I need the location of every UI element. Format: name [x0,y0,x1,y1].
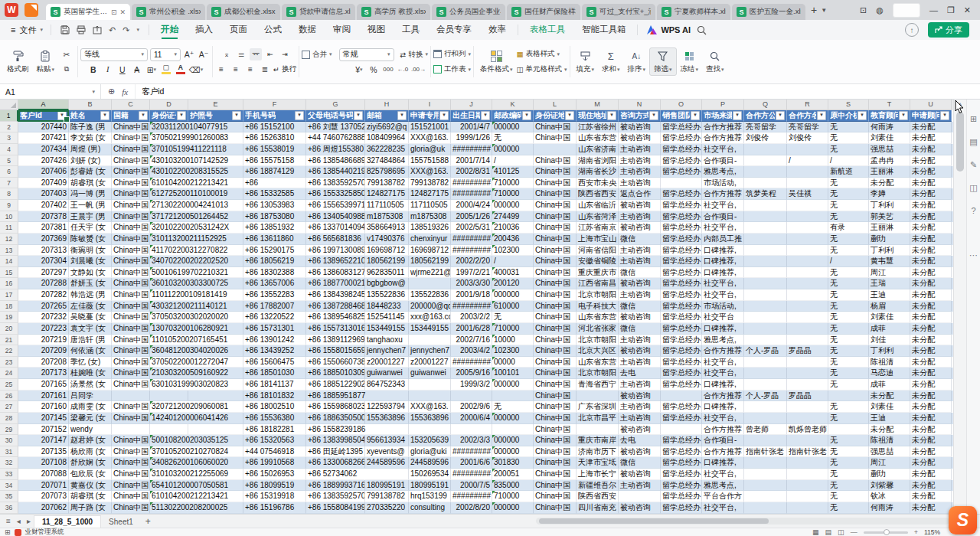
column-header-C[interactable]: C [112,100,150,110]
cell-J24[interactable]: 2005/9/16 [451,368,492,379]
cell-I32[interactable]: 244589596 [409,457,451,469]
column-header-N[interactable]: N [619,100,661,110]
cell-U24[interactable]: 未分配 [910,368,952,379]
cell-A32[interactable]: 207108 [18,457,69,469]
cell-I14[interactable]: 180562199 [409,256,451,267]
cell-T8[interactable]: 李婵 [869,188,910,200]
cell-F17[interactable]: +86 13552283 [243,289,306,301]
cell-L13[interactable]: China中国 [534,245,577,257]
cell-D26[interactable] [150,391,188,402]
next-sheet-icon[interactable]: ▸ [24,517,34,525]
cell-I7[interactable]: 799138782 [409,178,451,189]
cell-F3[interactable]: +86 15263810 [243,132,306,144]
cell-R6[interactable] [787,166,828,178]
cell-K7[interactable]: 710000 [492,178,534,189]
cell-Q30[interactable] [744,435,787,446]
number-format-select[interactable]: 常规▾ [339,48,394,61]
new-tab-button[interactable]: + [807,4,821,16]
cell-L5[interactable]: China中国 [534,155,577,167]
cell-S18[interactable]: 无 [828,301,869,312]
cell-D16[interactable]: 360103200303300725 [150,278,188,289]
cell-N27[interactable]: 主动咨询 [619,401,661,413]
cell-D34[interactable]: 654101200007050581 [150,480,188,492]
sort-button[interactable]: A↓ 排序▾ [624,48,650,75]
cell-B2[interactable]: 陈子逸 (男 [69,122,112,133]
file-menu[interactable]: ≡ 文件▾ [6,25,47,36]
cell-M9[interactable]: 山东省临沂 [577,200,619,211]
cell-H21[interactable]: tanghaoxu [365,335,409,346]
cell-C32[interactable]: China中国 [112,457,150,469]
cell-H28[interactable]: 155363896 [365,413,409,424]
cell-D25[interactable]: 630103199903020823 [150,379,188,391]
cell-P29[interactable]: 合作方推荐 [702,424,744,436]
cell-J2[interactable]: 2001/4/7 [451,122,492,133]
font-size-select[interactable]: 11▾ [150,48,181,61]
cell-N22[interactable]: 被动咨询 [619,345,661,357]
cell-I18[interactable]: 200000@qq [409,301,451,312]
cell-B25[interactable]: 汤景然 (女 [69,379,112,391]
cell-D13[interactable]: 411702200312270822 [150,245,188,257]
layout-icon[interactable]: ◫ [969,184,977,192]
cell-C8[interactable]: China中国 [112,188,150,200]
cell-U13[interactable]: 未分配 [910,245,952,257]
cell-I28[interactable]: 155363896 [409,413,451,424]
cell-N35[interactable] [619,491,661,502]
cell-N32[interactable]: 微信 [619,457,661,469]
cell-K36[interactable]: 000000 [492,502,534,514]
cell-K35[interactable]: 710000 [492,491,534,502]
cell-J28[interactable]: 2000/6/4 [451,413,492,424]
cell-L15[interactable]: China中国 [534,267,577,279]
cell-F5[interactable]: +86 15575158 [243,155,306,167]
cell-G6[interactable]: +86 1385440219 [306,166,365,178]
cell-H35[interactable]: 799138782 [365,491,409,502]
cell-H9[interactable]: 117110505 [365,200,409,211]
cell-B3[interactable]: 李文茹 (女 [69,132,112,144]
cell-M23[interactable]: 山东省东营 [577,357,619,368]
cell-F4[interactable]: +86 15538019 [243,144,306,155]
cell-A4[interactable]: 207434 [18,144,69,155]
cell-B10[interactable]: 王晨宇 (男 [69,211,112,223]
upgrade-icon[interactable]: ↑ [905,23,919,37]
cell-I3[interactable]: XXX@163. [409,132,451,144]
zoom-in-icon[interactable]: + [914,528,918,536]
page-layout-icon[interactable]: ▤ [825,528,832,536]
cell-O4[interactable]: 留学总经办 [661,144,702,155]
cell-F13[interactable]: +86 15290175 [243,245,306,257]
file-tab[interactable]: S成都公积金.xlsx [207,4,280,20]
menu-tab-效率[interactable]: 效率 [480,20,514,40]
cell-D9[interactable]: 271302200004241013 [150,200,188,211]
cell-K20[interactable]: 710000 [492,323,534,335]
cell-K16[interactable]: 200120 [492,278,534,289]
cell-Q24[interactable] [744,368,787,379]
filter-dropdown-icon[interactable]: ▼ [139,111,148,120]
cell-D24[interactable]: 210303200509160922 [150,368,188,379]
cell-U26[interactable]: 未分配 [910,391,952,402]
cell-I24[interactable]: guiwanwei [409,368,451,379]
cell-H27[interactable]: 122593794 [365,401,409,413]
cell-B32[interactable]: 舒欣娴 (女 [69,457,112,469]
cell-H22[interactable]: jennychen7 [365,345,409,357]
cell-U12[interactable]: 未分配 [910,234,952,245]
paste-button[interactable]: 粘贴▾ [33,48,59,75]
cell-O25[interactable]: 留学总经办 [661,379,702,391]
row-header-24[interactable]: 24 [0,368,18,379]
cell-Q11[interactable] [744,222,787,234]
column-header-U[interactable]: U [910,100,952,110]
cell-K23[interactable]: 00000 [492,357,534,368]
cell-S6[interactable]: 新航道 [828,166,869,178]
cell-R17[interactable] [787,289,828,301]
cell-T30[interactable]: 陈祖清 [869,435,910,446]
plugin-label[interactable]: 业财管理系统 [25,528,64,536]
decrease-decimal-button[interactable]: .00→ [411,64,426,76]
cell-T10[interactable]: 郭美艺 [869,211,910,223]
close-button[interactable]: ✕ [964,6,971,15]
cell-F8[interactable]: +86 15332585 [243,188,306,200]
cell-J29[interactable] [451,424,492,436]
cell-R21[interactable] [787,335,828,346]
decrease-indent-icon[interactable]: ⇤ [264,48,276,60]
cell-A8[interactable]: 207403 [18,188,69,200]
row-header-12[interactable]: 12 [0,234,18,245]
cell-A20[interactable]: 207223 [18,323,69,335]
cell-I20[interactable]: 153449155 [409,323,451,335]
cell-L18[interactable]: China中国 [534,301,577,312]
